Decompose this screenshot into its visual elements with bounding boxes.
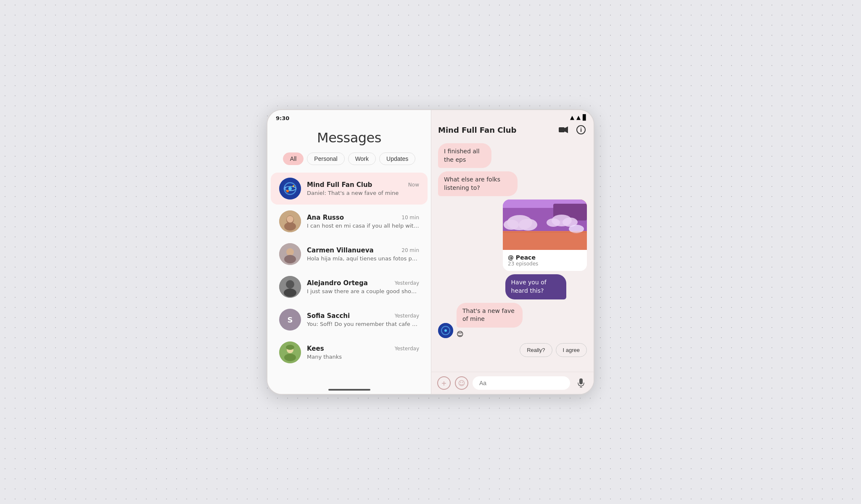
podcast-card: @ Peace 23 episodes <box>503 200 587 271</box>
quick-reply-really[interactable]: Really? <box>520 343 552 357</box>
microphone-button[interactable] <box>574 376 588 390</box>
svg-point-4 <box>286 190 289 192</box>
conversation-info: Kees Yesterday Many thanks <box>307 345 419 360</box>
wifi-icon: ▲ <box>570 114 574 121</box>
svg-rect-21 <box>559 127 565 132</box>
conversation-info: Carmen Villanueva 20 min Hola hija mía, … <box>307 247 419 262</box>
conversation-preview: I can host en mi casa if you all help wi… <box>307 223 419 229</box>
conversation-preview: Hola hija mía, aquí tienes unas fotos pr… <box>307 255 419 262</box>
list-item[interactable]: Ana Russo 10 min I can host en mi casa i… <box>271 205 428 237</box>
conversation-name: Carmen Villanueva <box>307 247 374 254</box>
svg-point-16 <box>284 289 296 297</box>
svg-point-10 <box>287 216 293 223</box>
conversation-preview: You: Soff! Do you remember that cafe we … <box>307 321 419 327</box>
svg-point-2 <box>288 187 292 190</box>
svg-marker-22 <box>565 126 568 133</box>
svg-text:i: i <box>580 127 582 133</box>
input-bar: + ☺ <box>431 372 594 394</box>
podcast-name: @ Peace <box>508 254 582 261</box>
signal-icon: ▲ <box>576 114 581 121</box>
svg-point-31 <box>519 219 537 231</box>
quick-reply-row: Really? I agree <box>438 343 587 357</box>
avatar <box>279 341 301 363</box>
chat-status-bar: ▲ ▲ ▊ <box>431 110 594 122</box>
conversation-preview: I just saw there are a couple good shows… <box>307 288 419 294</box>
svg-point-19 <box>284 354 296 361</box>
podcast-info: @ Peace 23 episodes <box>503 250 587 271</box>
svg-point-9 <box>284 222 296 231</box>
svg-point-5 <box>293 185 294 187</box>
reaction-emoji[interactable]: 😊 <box>457 330 464 338</box>
status-icons: ▲ ▲ ▊ <box>570 114 587 121</box>
list-item[interactable]: Alejandro Ortega Yesterday I just saw th… <box>271 271 428 303</box>
status-bar: 9:30 <box>267 110 431 123</box>
conversation-time: 20 min <box>401 247 419 253</box>
svg-point-30 <box>504 220 519 230</box>
page-title: Messages <box>267 123 431 152</box>
podcast-episodes: 23 episodes <box>508 261 582 267</box>
chat-header: Mind Full Fan Club i <box>431 122 594 140</box>
video-call-button[interactable] <box>557 124 569 136</box>
list-item[interactable]: Kees Yesterday Many thanks <box>271 336 428 368</box>
avatar <box>279 178 301 200</box>
message-bubble: That's a new fave of mine <box>457 303 523 328</box>
conversation-name: Alejandro Ortega <box>307 279 368 287</box>
messages-area: I finished all the eps What else are fol… <box>431 140 594 372</box>
conversation-time: Now <box>408 182 419 188</box>
svg-point-13 <box>284 255 296 263</box>
list-item[interactable]: Mind Full Fan Club Now Daniel: That's a … <box>271 173 428 205</box>
battery-icon: ▊ <box>583 114 587 121</box>
svg-point-39 <box>444 329 447 332</box>
filter-tab-group: All Personal Work Updates <box>267 152 431 172</box>
avatar <box>279 243 301 265</box>
reaction-row: 😊 <box>457 330 544 338</box>
conversation-info: Mind Full Fan Club Now Daniel: That's a … <box>307 181 419 196</box>
svg-point-15 <box>286 280 294 289</box>
message-bubble: What else are folks listening to? <box>438 171 518 196</box>
conversation-time: 10 min <box>401 215 419 220</box>
info-button[interactable]: i <box>575 124 587 136</box>
emoji-button[interactable]: ☺ <box>455 376 468 390</box>
conversation-info: Alejandro Ortega Yesterday I just saw th… <box>307 279 419 294</box>
svg-rect-40 <box>579 378 583 384</box>
device-frame: 9:30 Messages All Personal Work Updates <box>267 109 594 395</box>
chat-title: Mind Full Fan Club <box>438 126 516 134</box>
quick-reply-agree[interactable]: I agree <box>556 343 587 357</box>
filter-tab-personal[interactable]: Personal <box>307 152 344 165</box>
conversation-name: Mind Full Fan Club <box>307 181 372 189</box>
conversation-time: Yesterday <box>395 280 419 286</box>
message-bubble: Have you of heard this? <box>505 274 567 299</box>
filter-tab-work[interactable]: Work <box>348 152 376 165</box>
svg-point-35 <box>569 225 584 233</box>
message-input[interactable] <box>473 376 570 390</box>
svg-point-20 <box>286 345 294 350</box>
conversation-preview: Many thanks <box>307 354 419 360</box>
svg-rect-26 <box>503 231 587 250</box>
time-display: 9:30 <box>276 115 289 121</box>
conversation-name: Ana Russo <box>307 214 344 221</box>
sender-avatar <box>438 323 453 338</box>
list-item[interactable]: S Sofia Sacchi Yesterday You: Soff! Do y… <box>271 304 428 336</box>
conversation-name: Kees <box>307 345 324 352</box>
home-indicator <box>267 386 431 394</box>
message-bubble: I finished all the eps <box>438 143 491 168</box>
conversation-preview: Daniel: That's a new fave of mine <box>307 190 419 196</box>
avatar <box>279 276 301 298</box>
filter-tab-updates[interactable]: Updates <box>379 152 415 165</box>
chat-panel: ▲ ▲ ▊ Mind Full Fan Club i <box>431 110 594 394</box>
filter-tab-all[interactable]: All <box>283 152 304 165</box>
conversation-info: Ana Russo 10 min I can host en mi casa i… <box>307 214 419 229</box>
add-button[interactable]: + <box>437 376 451 390</box>
conversation-info: Sofia Sacchi Yesterday You: Soff! Do you… <box>307 312 419 327</box>
podcast-image <box>503 200 587 250</box>
messages-list-panel: 9:30 Messages All Personal Work Updates <box>267 110 431 394</box>
conversation-time: Yesterday <box>395 313 419 319</box>
chat-actions: i <box>557 124 587 136</box>
conversation-list: Mind Full Fan Club Now Daniel: That's a … <box>267 172 431 386</box>
message-with-avatar: That's a new fave of mine 😊 <box>438 303 544 338</box>
list-item[interactable]: Carmen Villanueva 20 min Hola hija mía, … <box>271 238 428 270</box>
conversation-name: Sofia Sacchi <box>307 312 350 320</box>
svg-point-12 <box>286 248 294 256</box>
avatar: S <box>279 309 301 331</box>
svg-point-6 <box>284 187 286 189</box>
